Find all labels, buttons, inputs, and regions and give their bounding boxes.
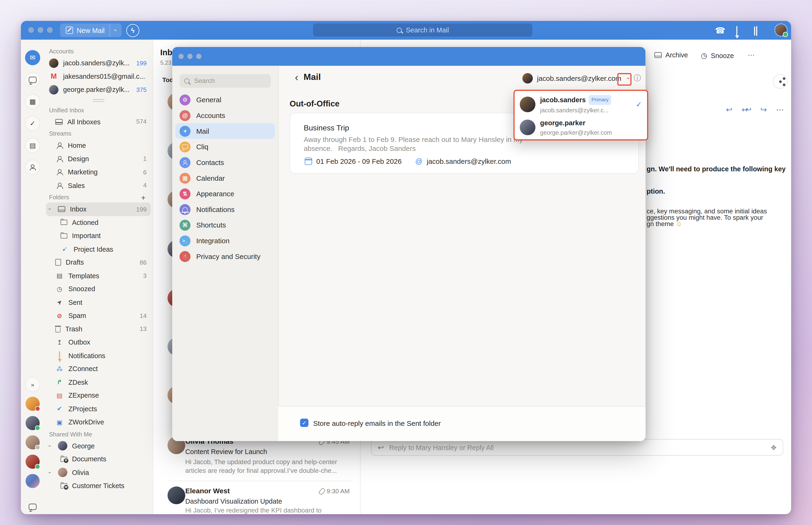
rail-notes-icon[interactable]: ▤ bbox=[25, 138, 40, 153]
share-button[interactable] bbox=[773, 74, 787, 89]
sidebar-item-stream-design[interactable]: Design 1 bbox=[44, 152, 153, 165]
settings-nav-appearance[interactable]: ⇅ Appearance bbox=[175, 186, 275, 201]
sidebar-drag-handle[interactable] bbox=[44, 96, 153, 105]
settings-sidebar: ⚙ General @ Accounts ➤ Mail Cliq Contact… bbox=[172, 66, 279, 441]
stream-icon bbox=[56, 169, 63, 175]
contact-avatar[interactable] bbox=[26, 416, 40, 430]
phone-icon[interactable]: ☎ bbox=[715, 26, 725, 35]
sidebar-item-zdesk[interactable]: ↱ZDesk bbox=[44, 376, 153, 389]
user-avatar[interactable] bbox=[775, 24, 787, 37]
modal-minimize-button[interactable] bbox=[187, 54, 193, 59]
contact-avatar[interactable] bbox=[26, 435, 40, 449]
quick-actions-button[interactable]: ϟ bbox=[126, 24, 140, 37]
zworkdrive-icon: ▣ bbox=[55, 419, 64, 426]
sidebar-item-project-ideas[interactable]: ➹Project Ideas bbox=[44, 242, 153, 256]
sidebar-item-drafts[interactable]: Drafts 86 bbox=[44, 256, 153, 269]
settings-search-field[interactable] bbox=[180, 74, 271, 88]
notifications-bell-icon[interactable] bbox=[736, 27, 737, 36]
gear-icon: ⚙ bbox=[180, 94, 190, 105]
settings-nav-accounts[interactable]: @ Accounts bbox=[175, 108, 275, 123]
shared-item-george[interactable]: › George bbox=[44, 439, 153, 453]
command-icon: ⌘ bbox=[180, 220, 190, 230]
modal-zoom-button[interactable] bbox=[196, 54, 201, 59]
rail-calendar-icon[interactable]: ▦ bbox=[25, 94, 40, 109]
sidebar-item-stream-sales[interactable]: Sales 4 bbox=[44, 179, 153, 192]
forward-icon[interactable]: ↪ bbox=[760, 105, 767, 114]
rail-expand-button[interactable]: » bbox=[25, 377, 40, 392]
chat-bubble-icon bbox=[180, 141, 190, 152]
sidebar-item-templates[interactable]: ▤Templates 3 bbox=[44, 269, 153, 283]
settings-nav-contacts[interactable]: Contacts bbox=[175, 154, 275, 170]
calendar-icon: ▦ bbox=[180, 172, 190, 183]
sidebar-item-stream-marketing[interactable]: Marketing 6 bbox=[44, 165, 153, 179]
more-actions-button[interactable]: ⋯ bbox=[748, 51, 755, 59]
rail-contacts-icon[interactable] bbox=[25, 160, 40, 175]
account-item-gmail[interactable]: M jakesanders015@gmail.c... bbox=[44, 70, 153, 83]
reading-pane-layout-icon[interactable] bbox=[756, 27, 757, 36]
shared-item-customer-tickets[interactable]: W Customer Tickets bbox=[44, 479, 153, 493]
drafts-icon bbox=[55, 259, 61, 266]
settings-search-input[interactable] bbox=[193, 77, 263, 85]
sidebar-item-zworkdrive[interactable]: ▣ZWorkDrive bbox=[44, 416, 153, 429]
date-range: 01 Feb 2026 - 09 Feb 2026 bbox=[316, 158, 401, 165]
sidebar-item-trash[interactable]: Trash 13 bbox=[44, 322, 153, 336]
settings-nav-shortcuts[interactable]: ⌘ Shortcuts bbox=[175, 217, 275, 233]
sidebar-item-all-inboxes[interactable]: All Inboxes 574 bbox=[44, 115, 153, 129]
sidebar-item-zexpense[interactable]: ▤ZExpense bbox=[44, 389, 153, 402]
sidebar-item-spam[interactable]: ⊘Spam 14 bbox=[44, 309, 153, 322]
sidebar-item-zconnect[interactable]: ⁂ZConnect bbox=[44, 362, 153, 376]
settings-nav-cliq[interactable]: Cliq bbox=[175, 139, 275, 155]
dropdown-item-jacob[interactable]: jacob.sandersPrimary jacob.sanders@zylke… bbox=[515, 93, 647, 116]
sent-icon: ➤ bbox=[55, 299, 64, 306]
rail-tasks-icon[interactable]: ✓ bbox=[25, 116, 40, 131]
sidebar-item-snoozed[interactable]: ◷Snoozed bbox=[44, 283, 153, 296]
settings-nav-integration[interactable]: >_ Integration bbox=[175, 233, 275, 249]
sidebar-item-important[interactable]: Important bbox=[44, 229, 153, 242]
list-divider bbox=[168, 481, 352, 481]
sidebar-item-sent[interactable]: ➤Sent bbox=[44, 296, 153, 309]
shared-item-olivia[interactable]: › Olivia bbox=[44, 466, 153, 479]
sidebar-item-outbox[interactable]: ↥Outbox bbox=[44, 335, 153, 349]
info-icon[interactable]: ⓘ bbox=[634, 74, 641, 83]
contact-avatar[interactable] bbox=[26, 397, 40, 411]
settings-nav-privacy[interactable]: ☝ Privacy and Security bbox=[175, 249, 275, 264]
channels-cluster-icon[interactable] bbox=[26, 474, 40, 488]
sidebar-item-stream-home[interactable]: Home bbox=[44, 139, 153, 152]
search-input[interactable]: Search in Mail bbox=[313, 24, 532, 37]
dropdown-item-george[interactable]: george.parker george.parker@zylker.com bbox=[515, 116, 647, 139]
rail-feedback-chat-icon[interactable] bbox=[25, 499, 40, 514]
add-folder-button[interactable]: + bbox=[141, 193, 145, 202]
new-mail-button[interactable]: New Mail › bbox=[60, 24, 121, 37]
reply-all-icon[interactable]: ↩↩ bbox=[741, 105, 748, 114]
window-close-button[interactable] bbox=[28, 27, 34, 33]
sidebar-item-actioned[interactable]: Actioned bbox=[44, 216, 153, 229]
rail-mail-icon[interactable]: ✉ bbox=[25, 50, 40, 65]
sidebar-item-inbox[interactable]: › Inbox 199 bbox=[46, 202, 151, 216]
new-mail-dropdown-button[interactable]: › bbox=[110, 27, 122, 33]
settings-nav-notifications[interactable]: Notifications bbox=[175, 201, 275, 217]
quick-reply-input[interactable]: ↩ Reply to Mary Hansley or Reply All ✥ bbox=[371, 439, 783, 456]
settings-nav-mail[interactable]: ➤ Mail bbox=[175, 123, 275, 139]
account-item-george[interactable]: george.parker@zylk... 375 bbox=[44, 83, 153, 96]
back-chevron-icon[interactable]: ‹ bbox=[295, 72, 298, 82]
templates-icon: ▤ bbox=[55, 272, 64, 280]
message-more-icon[interactable]: ⋯ bbox=[776, 105, 784, 114]
sidebar-item-notifications[interactable]: Notifications bbox=[44, 349, 153, 362]
sidebar-item-zprojects[interactable]: ✔ZProjects bbox=[44, 402, 153, 416]
reply-icon[interactable]: ↩ bbox=[726, 105, 733, 114]
expand-composer-icon[interactable]: ✥ bbox=[771, 444, 777, 451]
shared-item-documents[interactable]: R Documents bbox=[44, 453, 153, 466]
modal-close-button[interactable] bbox=[179, 54, 184, 59]
window-minimize-button[interactable] bbox=[37, 27, 43, 33]
store-autoreply-checkbox[interactable]: ✓ bbox=[300, 419, 308, 427]
snooze-button[interactable]: ◷ Snooze bbox=[701, 51, 734, 60]
desktop: New Mail › ϟ Search in Mail ☎ ✉ ▦ ✓ bbox=[0, 0, 812, 525]
archive-button[interactable]: Archive bbox=[654, 51, 688, 59]
settings-nav-calendar[interactable]: ▦ Calendar bbox=[175, 170, 275, 186]
window-zoom-button[interactable] bbox=[47, 27, 52, 33]
rail-chat-icon[interactable] bbox=[25, 72, 40, 87]
email-time: 9:30 AM bbox=[320, 487, 350, 495]
settings-nav-general[interactable]: ⚙ General bbox=[175, 92, 275, 108]
account-item-jacob[interactable]: jacob.sanders@zylk... 199 bbox=[44, 56, 153, 70]
contact-avatar[interactable] bbox=[26, 455, 40, 469]
